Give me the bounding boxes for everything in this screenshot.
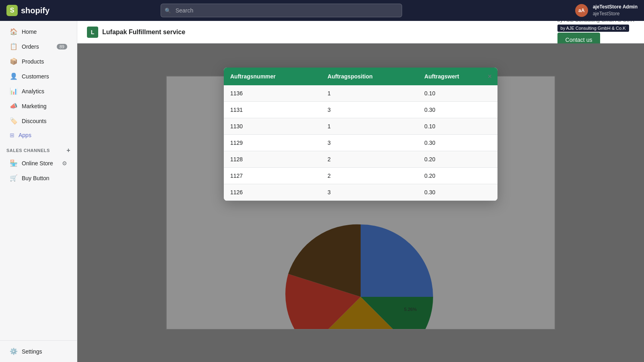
cell-position: 3 xyxy=(321,135,418,151)
by-text: by AJE Consulting GmbH & Co.K xyxy=(557,21,634,23)
sidebar-item-label: Analytics xyxy=(22,88,44,95)
sales-channels-label: SALES CHANNELS xyxy=(6,148,50,153)
orders-icon: 📋 xyxy=(10,43,18,50)
sidebar-item-label: Home xyxy=(22,29,37,35)
settings-icon: ⚙️ xyxy=(10,348,18,355)
table-row: 1131 3 0.30 xyxy=(224,102,497,118)
sidebar-item-online-store[interactable]: 🏪 Online Store ⚙ xyxy=(3,156,74,170)
user-name: ajeTestStore Admin xyxy=(593,4,638,10)
orders-badge: 89 xyxy=(57,44,67,49)
sidebar-item-settings[interactable]: ⚙️ Settings xyxy=(3,344,74,358)
main-content: L Lufapak Fulfillment service by AJE Con… xyxy=(77,21,644,362)
col-header-auftragsnummer: Auftragsnummer xyxy=(224,68,321,85)
cell-wert: 0.20 xyxy=(418,168,497,184)
analytics-icon: 📊 xyxy=(10,87,18,95)
orders-table: Auftragsnummer Auftragsposition Auftrags… xyxy=(224,68,497,201)
user-avatar[interactable]: aA xyxy=(575,4,588,17)
contact-tooltip: by AJE Consulting GmbH & Co.K xyxy=(557,25,629,32)
home-icon: 🏠 xyxy=(10,28,18,35)
sidebar-item-products[interactable]: 📦 Products xyxy=(3,54,74,68)
search-wrapper xyxy=(161,4,402,17)
add-sales-channel-icon[interactable]: + xyxy=(66,147,70,154)
modal-dialog: × Auftragsnummer Auftragsposition Auftra… xyxy=(224,68,497,201)
col-header-auftragsposition: Auftragsposition xyxy=(321,68,418,85)
table-row: 1126 3 0.30 xyxy=(224,184,497,201)
cell-nummer: 1131 xyxy=(224,102,321,118)
cell-position: 2 xyxy=(321,151,418,168)
table-row: 1136 1 0.10 xyxy=(224,85,497,102)
cell-position: 3 xyxy=(321,102,418,118)
apps-icon: ⊞ xyxy=(10,132,14,138)
layout: 🏠 Home 📋 Orders 89 📦 Products 👤 Customer… xyxy=(0,21,644,362)
sidebar-item-apps[interactable]: ⊞ Apps xyxy=(3,129,74,142)
buy-button-icon: 🛒 xyxy=(10,174,18,182)
nav-right: aA ajeTestStore Admin ajeTestStore xyxy=(575,4,638,17)
online-store-icon: 🏪 xyxy=(10,159,18,167)
sidebar-item-label: Customers xyxy=(22,73,49,80)
cell-wert: 0.20 xyxy=(418,151,497,168)
modal-close-button[interactable]: × xyxy=(487,72,492,81)
modal-overlay: × Auftragsnummer Auftragsposition Auftra… xyxy=(77,43,644,362)
cell-wert: 0.10 xyxy=(418,85,497,102)
sidebar-item-label: Buy Button xyxy=(22,175,50,181)
sidebar-item-label: Marketing xyxy=(22,103,46,109)
table-row: 1127 2 0.20 xyxy=(224,168,497,184)
table-body: 1136 1 0.10 1131 3 0.30 1130 1 0.10 1129… xyxy=(224,85,497,201)
table-row: 1129 3 0.30 xyxy=(224,135,497,151)
app-icon: L xyxy=(87,27,98,38)
user-store: ajeTestStore xyxy=(593,10,638,17)
cell-wert: 0.30 xyxy=(418,102,497,118)
table-row: 1128 2 0.20 xyxy=(224,151,497,168)
logo-area[interactable]: S shopify xyxy=(6,5,71,16)
sidebar-item-label: Online Store xyxy=(22,160,53,167)
logo-text: shopify xyxy=(21,6,50,15)
top-nav: S shopify aA ajeTestStore Admin ajeTestS… xyxy=(0,0,644,21)
table-header-row: Auftragsnummer Auftragsposition Auftrags… xyxy=(224,68,497,85)
sidebar-item-label: Apps xyxy=(19,132,31,138)
sidebar-item-label: Settings xyxy=(22,348,42,355)
cell-nummer: 1126 xyxy=(224,184,321,201)
cell-nummer: 1127 xyxy=(224,168,321,184)
content-area: 5.26% 21.05% × Auftragsnummer Auftragspo… xyxy=(77,43,644,362)
sales-channels-section: SALES CHANNELS + xyxy=(0,142,77,156)
cell-wert: 0.30 xyxy=(418,184,497,201)
app-title-area: L Lufapak Fulfillment service xyxy=(87,27,185,38)
cell-position: 1 xyxy=(321,85,418,102)
sidebar-footer: ⚙️ Settings xyxy=(0,340,77,359)
sidebar-item-analytics[interactable]: 📊 Analytics xyxy=(3,84,74,98)
user-info: ajeTestStore Admin ajeTestStore xyxy=(593,4,638,17)
table-row: 1130 1 0.10 xyxy=(224,118,497,135)
sidebar-item-label: Discounts xyxy=(22,118,46,124)
cell-nummer: 1129 xyxy=(224,135,321,151)
cell-wert: 0.30 xyxy=(418,135,497,151)
search-bar-container xyxy=(161,4,402,17)
customers-icon: 👤 xyxy=(10,72,18,80)
cell-wert: 0.10 xyxy=(418,118,497,135)
products-icon: 📦 xyxy=(10,58,18,65)
cell-position: 3 xyxy=(321,184,418,201)
cell-nummer: 1136 xyxy=(224,85,321,102)
cell-position: 1 xyxy=(321,118,418,135)
discounts-icon: 🏷️ xyxy=(10,117,18,125)
sidebar-item-customers[interactable]: 👤 Customers xyxy=(3,69,74,83)
app-title: Lufapak Fulfillment service xyxy=(102,29,185,36)
marketing-icon: 📣 xyxy=(10,102,18,110)
sidebar-item-orders[interactable]: 📋 Orders 89 xyxy=(3,39,74,53)
sidebar-item-buy-button[interactable]: 🛒 Buy Button xyxy=(3,171,74,185)
app-header: L Lufapak Fulfillment service by AJE Con… xyxy=(77,21,644,43)
col-header-auftragswert: Auftragswert xyxy=(418,68,497,85)
sidebar-item-label: Products xyxy=(22,58,44,65)
sidebar-item-home[interactable]: 🏠 Home xyxy=(3,25,74,39)
cell-position: 2 xyxy=(321,168,418,184)
cell-nummer: 1128 xyxy=(224,151,321,168)
cell-nummer: 1130 xyxy=(224,118,321,135)
sidebar-item-label: Orders xyxy=(22,43,39,50)
search-input[interactable] xyxy=(161,4,402,17)
sidebar-item-discounts[interactable]: 🏷️ Discounts xyxy=(3,114,74,128)
sidebar-item-marketing[interactable]: 📣 Marketing xyxy=(3,99,74,113)
sidebar: 🏠 Home 📋 Orders 89 📦 Products 👤 Customer… xyxy=(0,21,77,362)
online-store-settings-icon[interactable]: ⚙ xyxy=(62,160,67,167)
shopify-logo-icon: S xyxy=(6,5,18,16)
